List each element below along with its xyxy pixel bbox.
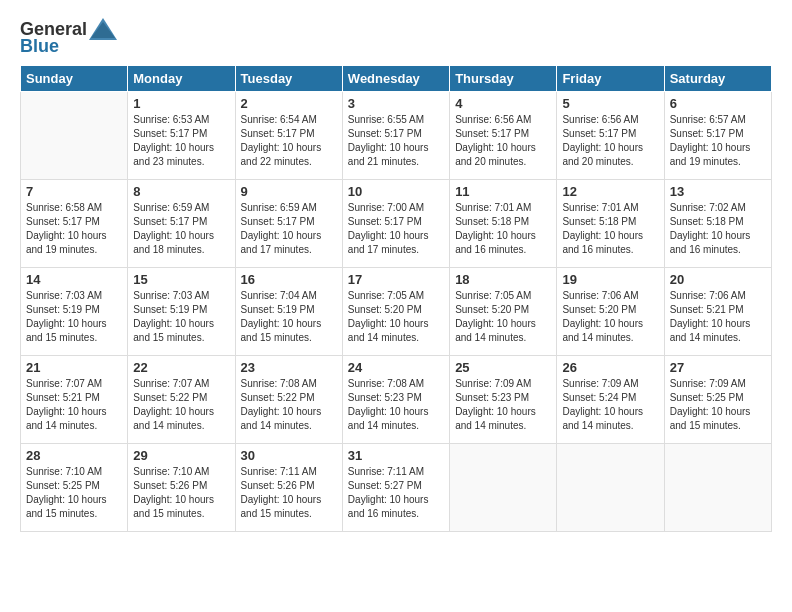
week-row-1: 1Sunrise: 6:53 AM Sunset: 5:17 PM Daylig… <box>21 92 772 180</box>
calendar-cell: 24Sunrise: 7:08 AM Sunset: 5:23 PM Dayli… <box>342 356 449 444</box>
calendar-cell <box>450 444 557 532</box>
day-info: Sunrise: 7:04 AM Sunset: 5:19 PM Dayligh… <box>241 289 337 345</box>
day-number: 2 <box>241 96 337 111</box>
day-number: 30 <box>241 448 337 463</box>
col-header-thursday: Thursday <box>450 66 557 92</box>
day-info: Sunrise: 7:05 AM Sunset: 5:20 PM Dayligh… <box>455 289 551 345</box>
day-info: Sunrise: 6:59 AM Sunset: 5:17 PM Dayligh… <box>133 201 229 257</box>
calendar-cell: 8Sunrise: 6:59 AM Sunset: 5:17 PM Daylig… <box>128 180 235 268</box>
day-number: 9 <box>241 184 337 199</box>
calendar-cell: 4Sunrise: 6:56 AM Sunset: 5:17 PM Daylig… <box>450 92 557 180</box>
calendar-cell: 19Sunrise: 7:06 AM Sunset: 5:20 PM Dayli… <box>557 268 664 356</box>
calendar-cell: 6Sunrise: 6:57 AM Sunset: 5:17 PM Daylig… <box>664 92 771 180</box>
calendar-cell: 16Sunrise: 7:04 AM Sunset: 5:19 PM Dayli… <box>235 268 342 356</box>
day-number: 18 <box>455 272 551 287</box>
calendar-cell <box>557 444 664 532</box>
week-row-4: 21Sunrise: 7:07 AM Sunset: 5:21 PM Dayli… <box>21 356 772 444</box>
day-info: Sunrise: 6:56 AM Sunset: 5:17 PM Dayligh… <box>562 113 658 169</box>
header-row: SundayMondayTuesdayWednesdayThursdayFrid… <box>21 66 772 92</box>
day-number: 12 <box>562 184 658 199</box>
day-number: 11 <box>455 184 551 199</box>
logo: General Blue <box>20 18 117 57</box>
calendar-cell: 12Sunrise: 7:01 AM Sunset: 5:18 PM Dayli… <box>557 180 664 268</box>
day-info: Sunrise: 7:11 AM Sunset: 5:26 PM Dayligh… <box>241 465 337 521</box>
day-number: 16 <box>241 272 337 287</box>
day-info: Sunrise: 7:03 AM Sunset: 5:19 PM Dayligh… <box>133 289 229 345</box>
day-number: 8 <box>133 184 229 199</box>
day-number: 25 <box>455 360 551 375</box>
day-number: 29 <box>133 448 229 463</box>
day-info: Sunrise: 6:59 AM Sunset: 5:17 PM Dayligh… <box>241 201 337 257</box>
calendar-cell: 14Sunrise: 7:03 AM Sunset: 5:19 PM Dayli… <box>21 268 128 356</box>
calendar-cell: 17Sunrise: 7:05 AM Sunset: 5:20 PM Dayli… <box>342 268 449 356</box>
calendar-cell: 29Sunrise: 7:10 AM Sunset: 5:26 PM Dayli… <box>128 444 235 532</box>
calendar-cell <box>664 444 771 532</box>
calendar-cell: 25Sunrise: 7:09 AM Sunset: 5:23 PM Dayli… <box>450 356 557 444</box>
day-number: 5 <box>562 96 658 111</box>
col-header-sunday: Sunday <box>21 66 128 92</box>
day-info: Sunrise: 7:06 AM Sunset: 5:21 PM Dayligh… <box>670 289 766 345</box>
day-info: Sunrise: 7:06 AM Sunset: 5:20 PM Dayligh… <box>562 289 658 345</box>
day-number: 10 <box>348 184 444 199</box>
day-info: Sunrise: 7:08 AM Sunset: 5:23 PM Dayligh… <box>348 377 444 433</box>
day-info: Sunrise: 7:10 AM Sunset: 5:26 PM Dayligh… <box>133 465 229 521</box>
day-info: Sunrise: 7:08 AM Sunset: 5:22 PM Dayligh… <box>241 377 337 433</box>
day-info: Sunrise: 7:00 AM Sunset: 5:17 PM Dayligh… <box>348 201 444 257</box>
calendar-cell: 2Sunrise: 6:54 AM Sunset: 5:17 PM Daylig… <box>235 92 342 180</box>
day-number: 14 <box>26 272 122 287</box>
logo-icon <box>89 18 117 40</box>
day-info: Sunrise: 6:56 AM Sunset: 5:17 PM Dayligh… <box>455 113 551 169</box>
day-info: Sunrise: 7:11 AM Sunset: 5:27 PM Dayligh… <box>348 465 444 521</box>
col-header-monday: Monday <box>128 66 235 92</box>
header: General Blue <box>20 18 772 57</box>
col-header-wednesday: Wednesday <box>342 66 449 92</box>
day-number: 6 <box>670 96 766 111</box>
week-row-3: 14Sunrise: 7:03 AM Sunset: 5:19 PM Dayli… <box>21 268 772 356</box>
day-number: 20 <box>670 272 766 287</box>
svg-marker-1 <box>91 22 115 38</box>
day-info: Sunrise: 7:01 AM Sunset: 5:18 PM Dayligh… <box>455 201 551 257</box>
calendar-cell: 21Sunrise: 7:07 AM Sunset: 5:21 PM Dayli… <box>21 356 128 444</box>
calendar-cell: 3Sunrise: 6:55 AM Sunset: 5:17 PM Daylig… <box>342 92 449 180</box>
day-number: 31 <box>348 448 444 463</box>
day-number: 1 <box>133 96 229 111</box>
calendar-cell: 9Sunrise: 6:59 AM Sunset: 5:17 PM Daylig… <box>235 180 342 268</box>
calendar-cell: 13Sunrise: 7:02 AM Sunset: 5:18 PM Dayli… <box>664 180 771 268</box>
day-info: Sunrise: 6:54 AM Sunset: 5:17 PM Dayligh… <box>241 113 337 169</box>
calendar-cell: 31Sunrise: 7:11 AM Sunset: 5:27 PM Dayli… <box>342 444 449 532</box>
calendar-cell: 7Sunrise: 6:58 AM Sunset: 5:17 PM Daylig… <box>21 180 128 268</box>
calendar-cell: 10Sunrise: 7:00 AM Sunset: 5:17 PM Dayli… <box>342 180 449 268</box>
week-row-2: 7Sunrise: 6:58 AM Sunset: 5:17 PM Daylig… <box>21 180 772 268</box>
day-number: 27 <box>670 360 766 375</box>
calendar-cell: 11Sunrise: 7:01 AM Sunset: 5:18 PM Dayli… <box>450 180 557 268</box>
calendar-cell: 20Sunrise: 7:06 AM Sunset: 5:21 PM Dayli… <box>664 268 771 356</box>
day-info: Sunrise: 6:58 AM Sunset: 5:17 PM Dayligh… <box>26 201 122 257</box>
day-info: Sunrise: 7:07 AM Sunset: 5:22 PM Dayligh… <box>133 377 229 433</box>
calendar-cell: 30Sunrise: 7:11 AM Sunset: 5:26 PM Dayli… <box>235 444 342 532</box>
day-number: 21 <box>26 360 122 375</box>
day-number: 13 <box>670 184 766 199</box>
col-header-tuesday: Tuesday <box>235 66 342 92</box>
calendar-cell: 5Sunrise: 6:56 AM Sunset: 5:17 PM Daylig… <box>557 92 664 180</box>
day-info: Sunrise: 6:57 AM Sunset: 5:17 PM Dayligh… <box>670 113 766 169</box>
day-info: Sunrise: 7:09 AM Sunset: 5:24 PM Dayligh… <box>562 377 658 433</box>
day-number: 19 <box>562 272 658 287</box>
day-number: 23 <box>241 360 337 375</box>
calendar-cell: 27Sunrise: 7:09 AM Sunset: 5:25 PM Dayli… <box>664 356 771 444</box>
day-number: 28 <box>26 448 122 463</box>
calendar-cell <box>21 92 128 180</box>
page: General Blue SundayMondayTuesdayWednesda… <box>0 0 792 612</box>
calendar-cell: 22Sunrise: 7:07 AM Sunset: 5:22 PM Dayli… <box>128 356 235 444</box>
calendar-cell: 15Sunrise: 7:03 AM Sunset: 5:19 PM Dayli… <box>128 268 235 356</box>
calendar-cell: 23Sunrise: 7:08 AM Sunset: 5:22 PM Dayli… <box>235 356 342 444</box>
calendar-cell: 28Sunrise: 7:10 AM Sunset: 5:25 PM Dayli… <box>21 444 128 532</box>
day-info: Sunrise: 7:10 AM Sunset: 5:25 PM Dayligh… <box>26 465 122 521</box>
day-number: 3 <box>348 96 444 111</box>
day-info: Sunrise: 7:07 AM Sunset: 5:21 PM Dayligh… <box>26 377 122 433</box>
day-info: Sunrise: 7:09 AM Sunset: 5:25 PM Dayligh… <box>670 377 766 433</box>
col-header-friday: Friday <box>557 66 664 92</box>
col-header-saturday: Saturday <box>664 66 771 92</box>
logo-blue-text: Blue <box>20 36 59 57</box>
day-number: 4 <box>455 96 551 111</box>
calendar-cell: 26Sunrise: 7:09 AM Sunset: 5:24 PM Dayli… <box>557 356 664 444</box>
